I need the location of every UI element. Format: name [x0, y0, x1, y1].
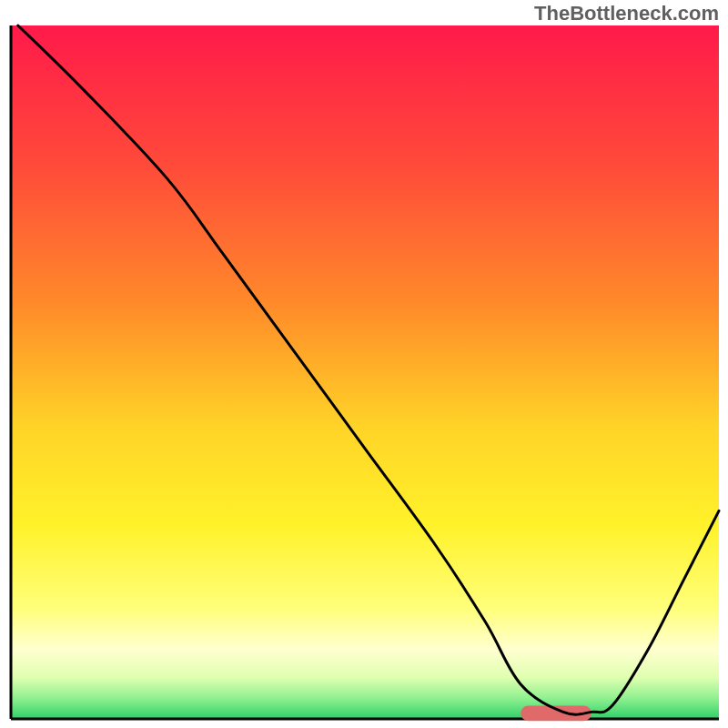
watermark-text: TheBottleneck.com [534, 2, 719, 25]
chart-container: TheBottleneck.com [0, 0, 728, 728]
gradient-background [11, 25, 719, 719]
plot-area [11, 25, 719, 721]
bottleneck-chart [0, 0, 728, 728]
